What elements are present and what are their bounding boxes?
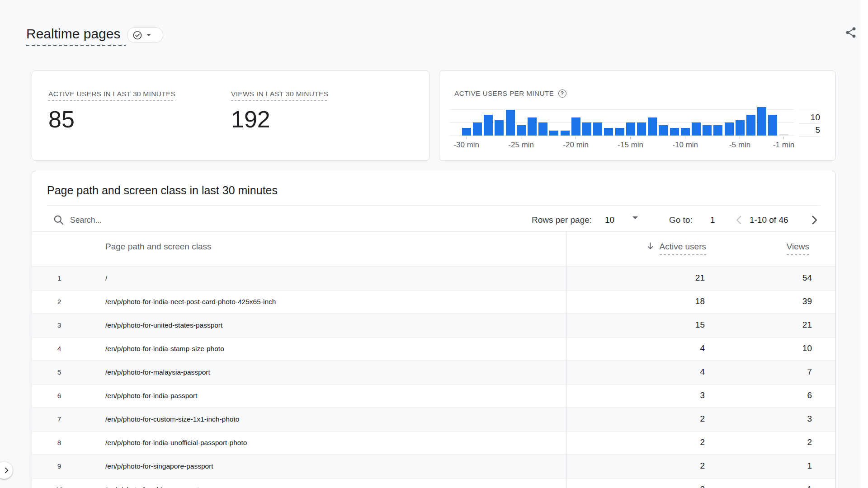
row-page-path: /en/p/photo-for-singapore-passport xyxy=(105,462,213,471)
row-active-users: 3 xyxy=(700,391,705,400)
chart-bar xyxy=(637,122,646,136)
rows-per-page-select[interactable]: 10 xyxy=(605,215,614,225)
caret-down-icon[interactable] xyxy=(632,219,638,227)
y-axis-label-5: 5 xyxy=(799,125,820,135)
x-axis-tick xyxy=(466,136,467,139)
search-input[interactable] xyxy=(70,214,260,226)
summary-stats-card: ACTIVE USERS IN LAST 30 MINUTES 85 VIEWS… xyxy=(32,70,429,161)
row-active-users: 4 xyxy=(700,367,705,376)
row-page-path: /en/p/photo-for-malaysia-passport xyxy=(105,368,210,377)
row-page-path: /en/p/photo-for-india-neet-post-card-pho… xyxy=(105,297,276,306)
table-row: 10/en/p/photo-for-china-passport21 xyxy=(32,479,835,488)
column-header-active-users[interactable]: Active users xyxy=(660,242,706,255)
pagination-range: 1-10 of 46 xyxy=(750,215,788,225)
chart-plot xyxy=(449,75,794,136)
x-axis-label: -25 min xyxy=(502,141,540,149)
chart-bar xyxy=(757,107,766,136)
goto-page-label: Go to: xyxy=(669,215,693,225)
column-divider xyxy=(566,231,566,488)
row-page-path: /en/p/photo-for-united-states-passport xyxy=(105,321,222,330)
table-title: Page path and screen class in last 30 mi… xyxy=(47,184,278,197)
table-row: 8/en/p/photo-for-india-unofficial-passpo… xyxy=(32,432,835,455)
gridline-10 xyxy=(449,109,794,110)
chart-bar xyxy=(713,125,722,136)
row-views: 1 xyxy=(807,485,812,488)
row-index: 8 xyxy=(54,438,65,447)
row-active-users: 15 xyxy=(695,320,705,329)
row-page-path: /en/p/photo-for-india-passport xyxy=(105,391,197,400)
chart-bar xyxy=(615,128,624,136)
row-views: 2 xyxy=(807,438,812,447)
rows-per-page-label: Rows per page: xyxy=(532,215,592,225)
row-index: 1 xyxy=(54,274,65,283)
chart-bar xyxy=(473,122,482,136)
sort-descending-icon xyxy=(646,241,655,253)
x-axis-tick xyxy=(630,136,631,139)
row-page-path: /en/p/photo-for-custom-size-1x1-inch-pho… xyxy=(105,415,239,424)
row-active-users: 2 xyxy=(700,438,705,447)
chart-bar xyxy=(626,122,635,136)
chart-bar xyxy=(517,125,526,136)
row-views: 21 xyxy=(802,320,812,329)
page-title-underline xyxy=(26,45,126,46)
row-page-path: /en/p/photo-for-india-stamp-size-photo xyxy=(105,344,224,353)
chart-bar xyxy=(659,125,668,136)
share-icon[interactable] xyxy=(844,26,858,40)
active-users-stat-label: ACTIVE USERS IN LAST 30 MINUTES xyxy=(48,90,175,101)
row-index: 7 xyxy=(54,415,65,424)
row-index: 5 xyxy=(54,368,65,377)
y-axis-segment-0 xyxy=(799,136,820,137)
row-page-path: / xyxy=(105,274,107,283)
report-status-button[interactable] xyxy=(127,27,163,43)
row-views: 6 xyxy=(807,391,812,400)
chart-bar xyxy=(725,122,734,136)
y-axis-segment-5 xyxy=(799,123,820,124)
table-row: 6/en/p/photo-for-india-passport36 xyxy=(32,385,835,408)
x-axis-label: -10 min xyxy=(666,141,704,149)
row-active-users: 18 xyxy=(695,297,705,306)
row-active-users: 2 xyxy=(700,461,705,470)
x-axis-tick xyxy=(685,136,685,139)
row-views: 39 xyxy=(802,297,812,306)
chart-bar xyxy=(582,122,591,136)
x-axis-tick xyxy=(740,136,740,139)
x-axis-label: -5 min xyxy=(721,141,759,149)
chart-bar xyxy=(506,110,515,136)
chart-bar xyxy=(736,120,745,136)
chart-bar xyxy=(528,117,537,136)
expand-navigation-button[interactable] xyxy=(0,462,13,479)
table-row: 9/en/p/photo-for-singapore-passport21 xyxy=(32,455,835,479)
table-rows: 1/21542/en/p/photo-for-india-neet-post-c… xyxy=(32,267,835,488)
row-index: 6 xyxy=(54,391,65,400)
table-row: 2/en/p/photo-for-india-neet-post-card-ph… xyxy=(32,291,835,314)
previous-page-button[interactable] xyxy=(733,214,745,226)
column-header-page-path[interactable]: Page path and screen class xyxy=(105,242,212,252)
row-page-path: /en/p/photo-for-india-unofficial-passpor… xyxy=(105,438,247,447)
table-row: 4/en/p/photo-for-india-stamp-size-photo4… xyxy=(32,338,835,361)
y-axis-label-10: 10 xyxy=(799,113,820,122)
next-page-button[interactable] xyxy=(808,214,820,226)
chart-bar xyxy=(538,122,547,136)
chart-bar xyxy=(495,120,504,136)
table-row: 5/en/p/photo-for-malaysia-passport47 xyxy=(32,361,835,385)
divider xyxy=(47,205,821,206)
active-users-stat-value: 85 xyxy=(48,107,175,132)
search-icon xyxy=(53,214,65,226)
table-row: 3/en/p/photo-for-united-states-passport1… xyxy=(32,314,835,338)
row-index: 10 xyxy=(54,485,65,488)
x-axis-label: -15 min xyxy=(612,141,650,149)
goto-page-input[interactable]: 1 xyxy=(710,215,715,225)
chart-bar xyxy=(571,117,580,136)
column-header-views[interactable]: Views xyxy=(787,242,809,255)
chart-bar xyxy=(703,125,712,136)
chart-bar xyxy=(692,122,701,136)
active-users-per-minute-card: ACTIVE USERS PER MINUTE ? -30 min-25 min… xyxy=(439,70,836,161)
x-axis-label: -1 min xyxy=(765,141,803,149)
row-views: 1 xyxy=(807,461,812,470)
chart-bar xyxy=(768,115,777,136)
page-title: Realtime pages xyxy=(26,26,120,42)
pages-table-card: Page path and screen class in last 30 mi… xyxy=(32,171,836,488)
chevron-right-icon xyxy=(3,467,10,474)
chart-bar xyxy=(462,128,471,136)
chart-bar xyxy=(561,131,570,136)
